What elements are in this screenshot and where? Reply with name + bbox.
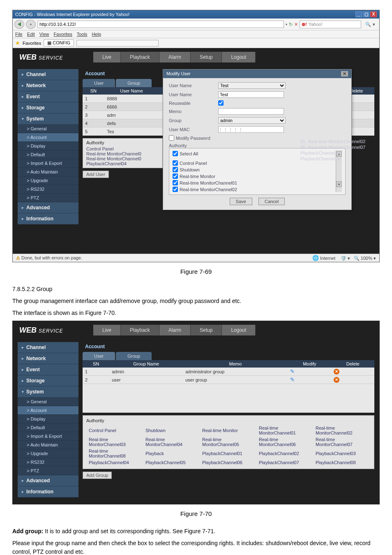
sidebar-ptz[interactable]: > PTZ bbox=[18, 194, 78, 202]
sidebar-rs232[interactable]: > RS232 bbox=[18, 458, 78, 467]
sidebar-network[interactable]: ▸Network bbox=[18, 353, 78, 364]
forward-button[interactable]: ▾ bbox=[26, 20, 36, 29]
cb-rtmonitor[interactable] bbox=[173, 173, 178, 179]
chevron-icon: ▸ bbox=[22, 217, 24, 221]
sidebar-storage[interactable]: ▸Storage bbox=[18, 375, 78, 386]
sidebar-general[interactable]: > General bbox=[18, 398, 78, 406]
close-button[interactable]: X bbox=[370, 12, 377, 17]
menu-view[interactable]: View bbox=[39, 32, 49, 37]
sidebar-importexport[interactable]: > Import & Export bbox=[18, 159, 78, 168]
cb-shutdown[interactable] bbox=[173, 167, 178, 172]
cancel-button[interactable]: Cancel bbox=[258, 198, 285, 205]
chevron-icon: ▸ bbox=[22, 368, 24, 372]
sidebar-advanced[interactable]: ▸Advanced bbox=[18, 475, 78, 486]
sidebar-upgrade[interactable]: > Upgrade bbox=[18, 176, 78, 185]
reuseable-checkbox[interactable] bbox=[218, 100, 224, 106]
select-all-checkbox[interactable] bbox=[173, 151, 178, 156]
sidebar-system[interactable]: ▾System bbox=[18, 113, 78, 125]
maximize-button[interactable]: ▢ bbox=[363, 12, 369, 17]
url-input[interactable] bbox=[37, 21, 284, 28]
sidebar-default[interactable]: > Default bbox=[18, 150, 78, 159]
tab-playback[interactable]: Playback bbox=[121, 52, 159, 62]
favorites-star-icon[interactable]: ★ bbox=[15, 40, 20, 46]
delete-icon[interactable]: ✕ bbox=[334, 377, 339, 383]
subtab-group[interactable]: Group bbox=[116, 352, 152, 360]
sidebar-display[interactable]: > Display bbox=[18, 415, 78, 423]
menu-help[interactable]: Help bbox=[92, 32, 101, 37]
tab-config[interactable]: ▦ CONFIG bbox=[44, 39, 74, 46]
col-modify: Modify bbox=[288, 360, 331, 368]
cb-rtch02[interactable] bbox=[173, 187, 178, 192]
add-group-button[interactable]: Add Group bbox=[83, 472, 112, 479]
sidebar-default[interactable]: > Default bbox=[18, 423, 78, 432]
sidebar-system[interactable]: ▾System bbox=[18, 386, 78, 398]
tab-setup[interactable]: Setup bbox=[191, 52, 222, 62]
menu-tools[interactable]: Tools bbox=[77, 32, 88, 37]
cb-control-panel[interactable] bbox=[173, 160, 178, 166]
back-button[interactable] bbox=[14, 20, 24, 29]
scroll-down-icon[interactable]: ▾ bbox=[336, 181, 342, 187]
tab-logout[interactable]: Logout bbox=[222, 52, 256, 62]
sidebar-display[interactable]: > Display bbox=[18, 142, 78, 150]
sidebar-account[interactable]: > Account bbox=[18, 133, 78, 142]
delete-icon[interactable]: ✕ bbox=[334, 369, 339, 375]
cb-rtch01[interactable] bbox=[173, 180, 178, 185]
subtab-user[interactable]: User bbox=[83, 352, 115, 360]
tab-live[interactable]: Live bbox=[93, 52, 121, 62]
menu-favorites[interactable]: Favorites bbox=[54, 32, 72, 37]
tab-logout[interactable]: Logout bbox=[222, 325, 256, 335]
memo-input[interactable] bbox=[218, 108, 284, 115]
sidebar-information[interactable]: ▸Information bbox=[18, 486, 78, 497]
sidebar-channel[interactable]: ▸Channel bbox=[18, 342, 78, 353]
sidebar-upgrade[interactable]: > Upgrade bbox=[18, 449, 78, 458]
empty-tab[interactable] bbox=[76, 40, 159, 46]
modify-password-checkbox[interactable] bbox=[169, 135, 174, 141]
sidebar-automaintain[interactable]: > Auto Maintain bbox=[18, 441, 78, 449]
sidebar-importexport[interactable]: > Import & Export bbox=[18, 432, 78, 441]
globe-icon: 🌐 bbox=[312, 255, 319, 261]
url-dropdown[interactable]: ▾ bbox=[286, 23, 287, 26]
search-box[interactable]: ⊚! Yahoo! bbox=[300, 21, 361, 28]
authority-cell: PlaybackChannel08 bbox=[314, 460, 370, 465]
tab-setup[interactable]: Setup bbox=[191, 325, 222, 335]
menu-file[interactable]: File bbox=[15, 32, 23, 37]
group-select[interactable]: admin bbox=[218, 117, 286, 124]
tab-alarm[interactable]: Alarm bbox=[159, 52, 191, 62]
chevron-icon: ▸ bbox=[22, 356, 24, 361]
sidebar-rs232[interactable]: > RS232 bbox=[18, 185, 78, 194]
add-user-button[interactable]: Add User bbox=[83, 171, 109, 178]
pencil-icon[interactable]: ✎ bbox=[290, 368, 295, 375]
pencil-icon[interactable]: ✎ bbox=[290, 377, 295, 383]
tab-alarm[interactable]: Alarm bbox=[159, 325, 191, 335]
search-glass-icon[interactable]: 🔍 bbox=[365, 22, 371, 27]
table-row[interactable]: 2useruser group✎✕ bbox=[83, 376, 374, 384]
username-select[interactable]: Test bbox=[218, 82, 286, 89]
sidebar-general[interactable]: > General bbox=[18, 125, 78, 133]
top-tabs: Live Playback Alarm Setup Logout bbox=[93, 325, 373, 335]
sidebar-storage[interactable]: ▸Storage bbox=[18, 102, 78, 113]
sidebar-channel[interactable]: ▸Channel bbox=[18, 69, 78, 80]
sidebar-advanced[interactable]: ▸Advanced bbox=[18, 202, 78, 213]
refresh-icon[interactable]: ↻ bbox=[289, 22, 293, 27]
tab-playback[interactable]: Playback bbox=[121, 325, 159, 335]
sidebar-network[interactable]: ▸Network bbox=[18, 80, 78, 91]
sidebar-account[interactable]: > Account bbox=[18, 406, 78, 415]
zoom-label[interactable]: 🔍 100% bbox=[354, 256, 372, 261]
usermac-input[interactable] bbox=[218, 126, 284, 133]
sidebar-information[interactable]: ▸Information bbox=[18, 213, 78, 224]
subtab-user[interactable]: User bbox=[83, 79, 115, 87]
save-button[interactable]: Save bbox=[230, 198, 252, 205]
sidebar-event[interactable]: ▸Event bbox=[18, 91, 78, 102]
subtab-group[interactable]: Group bbox=[116, 79, 152, 87]
tab-live[interactable]: Live bbox=[93, 325, 121, 335]
dialog-close-button[interactable]: ✕ bbox=[341, 71, 348, 76]
sidebar-ptz[interactable]: > PTZ bbox=[18, 467, 78, 475]
sidebar-automaintain[interactable]: > Auto Maintain bbox=[18, 168, 78, 176]
stop-icon[interactable]: ✕ bbox=[294, 22, 298, 27]
table-row[interactable]: 1adminadministrator group✎✕ bbox=[83, 368, 374, 376]
authority-cell: PlaybackChannel02 bbox=[257, 448, 313, 459]
sidebar-event[interactable]: ▸Event bbox=[18, 364, 78, 375]
menu-edit[interactable]: Edit bbox=[27, 32, 35, 37]
username-input[interactable] bbox=[218, 91, 284, 98]
minimize-button[interactable]: _ bbox=[355, 12, 362, 17]
